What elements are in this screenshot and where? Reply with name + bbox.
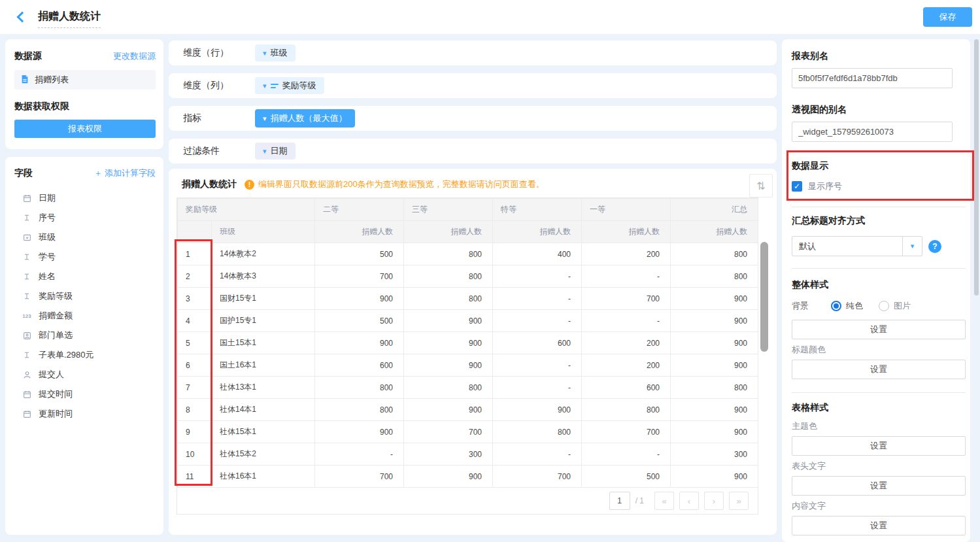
widget-alias-label: 透视图的别名 — [792, 104, 958, 116]
divider — [792, 392, 966, 393]
text-icon — [22, 292, 32, 300]
filter-pill[interactable]: ▾ 日期 — [255, 143, 296, 160]
index-column-header — [178, 221, 212, 243]
page-number-input[interactable] — [609, 492, 630, 510]
widget-alias-input[interactable] — [792, 122, 953, 142]
value-cell: 900 — [315, 288, 404, 310]
column-header: 三等 — [404, 199, 493, 221]
background-set-button[interactable]: 设置 — [792, 320, 966, 339]
column-header: 捐赠人数 — [671, 221, 758, 243]
field-label: 提交时间 — [39, 388, 73, 400]
page-scrollbar[interactable] — [974, 39, 979, 296]
report-alias-label: 报表别名 — [792, 50, 958, 62]
class-name-cell: 社体13本1 — [212, 377, 315, 399]
dimension-row-card: 维度（行） ▾ 班级 — [169, 41, 777, 65]
field-label: 班级 — [39, 231, 56, 243]
value-cell: 600 — [315, 354, 404, 377]
field-item[interactable]: 奖励等级 — [14, 286, 156, 306]
content-text-set-button[interactable]: 设置 — [792, 516, 966, 535]
text-icon — [22, 214, 32, 222]
chevron-down-icon: ▾ — [263, 82, 267, 90]
table-row: 214体教本3700800--800 — [178, 265, 758, 288]
value-cell: 700 — [582, 421, 671, 443]
class-name-cell: 国财15专1 — [212, 288, 315, 310]
value-cell: 900 — [404, 466, 493, 488]
value-cell: - — [493, 443, 582, 466]
value-cell: 900 — [404, 310, 493, 332]
save-button[interactable]: 保存 — [923, 7, 972, 27]
datasource-name: 捐赠列表 — [35, 74, 69, 86]
prev-page-button[interactable]: ‹ — [679, 492, 699, 510]
metric-label: 指标 — [183, 112, 255, 124]
field-item[interactable]: 提交时间 — [14, 384, 156, 404]
theme-color-set-button[interactable]: 设置 — [792, 436, 966, 456]
summary-align-select[interactable]: 默认 ▾ — [792, 236, 922, 256]
chevron-down-icon: ▾ — [263, 50, 267, 57]
field-item[interactable]: 学号 — [14, 247, 156, 267]
value-cell: 700 — [404, 421, 493, 443]
double-left-icon: « — [662, 496, 666, 506]
field-label: 学号 — [39, 251, 56, 263]
divider — [792, 268, 966, 269]
class-name-cell: 社体16本1 — [212, 466, 315, 488]
dimension-col-pill[interactable]: ▾ 奖励等级 — [255, 77, 324, 94]
table-scrollbar[interactable] — [760, 242, 768, 352]
bg-image-radio[interactable] — [879, 301, 889, 311]
value-cell: 700 — [315, 265, 404, 288]
field-item[interactable]: 子表单.2980元 — [14, 345, 156, 365]
value-cell: 800 — [404, 288, 493, 310]
field-item[interactable]: 提交人 — [14, 365, 156, 384]
value-cell: 900 — [493, 399, 582, 421]
datasource-item[interactable]: 捐赠列表 — [14, 70, 156, 90]
field-item[interactable]: 序号 — [14, 208, 156, 228]
next-page-button[interactable]: › — [704, 492, 724, 510]
class-name-cell: 14体教本2 — [212, 243, 315, 265]
field-item[interactable]: 123捐赠金额 — [14, 306, 156, 326]
table-row: 8社体14本1800900900800900 — [178, 399, 758, 421]
table-row: 6国土16本1600900-200900 — [178, 354, 758, 377]
report-editor: 捐赠人数统计 保存 数据源 更改数据源 捐赠列表 数据获取权限 报表权限 字段 … — [0, 0, 980, 542]
add-calc-field-link[interactable]: ＋ 添加计算字段 — [93, 167, 156, 179]
pivot-table: 奖励等级 二等 三等 特等 一等 汇总 班级 捐赠人数 捐赠人数 捐赠人数 捐赠… — [177, 197, 758, 515]
field-label: 提交人 — [39, 369, 64, 381]
field-item[interactable]: 姓名 — [14, 267, 156, 286]
value-cell: 400 — [493, 243, 582, 265]
dimension-row-pill[interactable]: ▾ 班级 — [255, 44, 296, 61]
summary-align-label: 汇总标题对齐方式 — [792, 215, 958, 227]
table-row: 4国护15专1500900--900 — [178, 310, 758, 332]
help-icon[interactable]: ? — [928, 240, 941, 253]
row-index-cell: 5 — [178, 332, 212, 354]
change-datasource-link[interactable]: 更改数据源 — [113, 50, 156, 62]
field-item[interactable]: 部门单选 — [14, 326, 156, 345]
table-sort-button[interactable]: ⇅ — [749, 174, 773, 197]
report-alias-input[interactable] — [792, 68, 953, 88]
check-icon: ✓ — [794, 182, 800, 191]
title-color-set-button[interactable]: 设置 — [792, 360, 966, 379]
calendar-icon — [22, 390, 32, 399]
field-item[interactable]: 更新时间 — [14, 404, 156, 424]
field-item[interactable]: 日期 — [14, 188, 156, 208]
sort-order-icon — [271, 84, 279, 88]
last-page-button[interactable]: » — [729, 492, 749, 510]
bg-solid-radio[interactable] — [831, 301, 841, 311]
field-item[interactable]: 班级 — [14, 228, 156, 247]
header-text-set-button[interactable]: 设置 — [792, 476, 966, 496]
calendar-icon — [22, 194, 32, 203]
column-header: 奖励等级 — [178, 199, 315, 221]
value-cell: - — [582, 443, 671, 466]
show-index-checkbox[interactable]: ✓ — [792, 181, 802, 192]
header-text-label: 表头文字 — [792, 460, 958, 472]
column-header: 特等 — [493, 199, 582, 221]
row-index-cell: 6 — [178, 354, 212, 377]
value-cell: 900 — [671, 310, 758, 332]
first-page-button[interactable]: « — [654, 492, 674, 510]
report-permission-button[interactable]: 报表权限 — [14, 120, 156, 138]
class-name-cell: 国护15专1 — [212, 310, 315, 332]
document-icon — [20, 75, 29, 86]
row-index-cell: 7 — [178, 377, 212, 399]
class-name-cell: 国土15本1 — [212, 332, 315, 354]
metric-pill[interactable]: ▾ 捐赠人数（最大值） — [255, 109, 355, 127]
class-name-cell: 社体15本2 — [212, 443, 315, 466]
preview-warning: ! 编辑界面只取数据源前200条作为查询数据预览，完整数据请访问页面查看。 — [245, 178, 545, 190]
back-icon[interactable] — [17, 12, 28, 23]
